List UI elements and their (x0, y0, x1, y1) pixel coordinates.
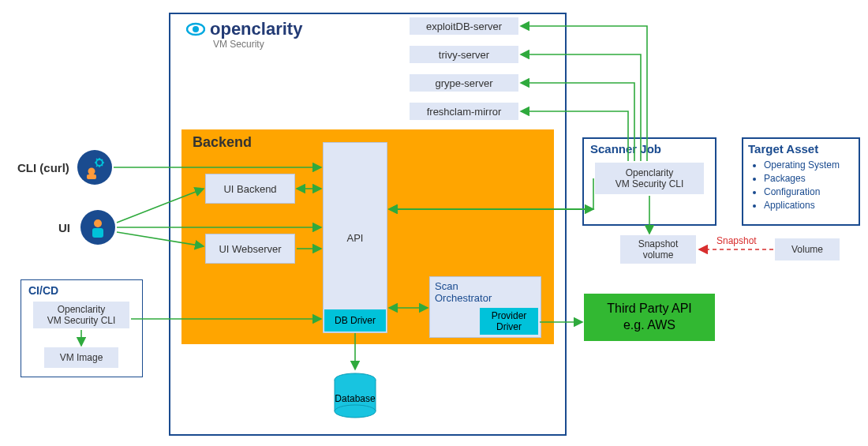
snapshot-arrow-label: Snapshot (716, 235, 757, 246)
ui-label: UI (58, 221, 70, 234)
target-bullets: Operating System Packages Configuration … (751, 159, 840, 213)
server-label: trivy-server (439, 49, 489, 61)
ui-backend-label: UI Backend (223, 183, 276, 195)
snapshot-volume-box: Snapshot volume (620, 235, 696, 264)
scanner-title: Scanner Job (590, 142, 661, 156)
person-icon (86, 216, 110, 239)
gear-person-icon (83, 156, 107, 179)
server-exploitdb: exploitDB-server (410, 17, 518, 35)
brand-logo: openclarity (186, 19, 302, 39)
cicd-vmimage-box: VM Image (44, 347, 118, 368)
scanner-cli-label: Openclarity VM Security CLI (615, 167, 684, 189)
tpapi-label: Third Party API e.g. AWS (607, 301, 692, 334)
target-bullet: Operating System (764, 159, 840, 171)
svg-rect-11 (92, 228, 103, 238)
cli-curl-label: CLI (curl) (17, 161, 69, 174)
third-party-api-box: Third Party API e.g. AWS (584, 294, 715, 341)
api-box: API (323, 142, 387, 333)
cicd-vmimage-label: VM Image (60, 352, 103, 363)
server-label: exploitDB-server (426, 21, 502, 32)
scanner-cli-box: Openclarity VM Security CLI (595, 163, 704, 194)
cicd-title: CI/CD (28, 284, 58, 297)
ui-webserver-label: UI Webserver (219, 243, 281, 255)
target-bullet: Applications (764, 200, 840, 211)
server-label: grype-server (436, 77, 493, 89)
provider-driver-label: Provider Driver (492, 310, 527, 332)
svg-point-10 (94, 219, 102, 227)
target-bullet: Packages (764, 173, 840, 184)
db-driver-label: DB Driver (335, 315, 376, 326)
scan-orch-label: Scan Orchestrator (430, 277, 541, 307)
svg-point-6 (335, 405, 376, 418)
target-bullet: Configuration (764, 186, 840, 197)
ui-webserver-box: UI Webserver (205, 234, 295, 264)
cicd-cli-box: Openclarity VM Security CLI (33, 302, 129, 328)
brand-name: openclarity (210, 19, 302, 39)
eye-icon (186, 20, 205, 39)
volume-box: Volume (775, 238, 840, 260)
server-freshclam: freshclam-mirror (410, 103, 518, 120)
database-label: Database (333, 393, 377, 404)
db-driver-box: DB Driver (324, 309, 386, 332)
ui-user-icon (80, 210, 115, 245)
database-cylinder: Database (333, 373, 377, 420)
svg-point-7 (88, 168, 95, 175)
backend-title: Backend (193, 134, 252, 151)
brand-subtitle: VM Security (213, 39, 264, 50)
volume-label: Volume (791, 244, 823, 255)
svg-point-1 (193, 26, 199, 32)
snapshot-volume-label: Snapshot volume (638, 238, 679, 260)
target-title: Target Asset (748, 142, 818, 156)
api-label: API (347, 232, 364, 244)
cli-user-icon (77, 150, 112, 185)
server-label: freshclam-mirror (427, 106, 502, 118)
server-trivy: trivy-server (410, 46, 518, 63)
svg-rect-8 (87, 174, 96, 179)
provider-driver-box: Provider Driver (480, 308, 538, 335)
ui-backend-box: UI Backend (205, 174, 295, 204)
cicd-cli-label: Openclarity VM Security CLI (47, 304, 116, 326)
server-grype: grype-server (410, 74, 518, 92)
